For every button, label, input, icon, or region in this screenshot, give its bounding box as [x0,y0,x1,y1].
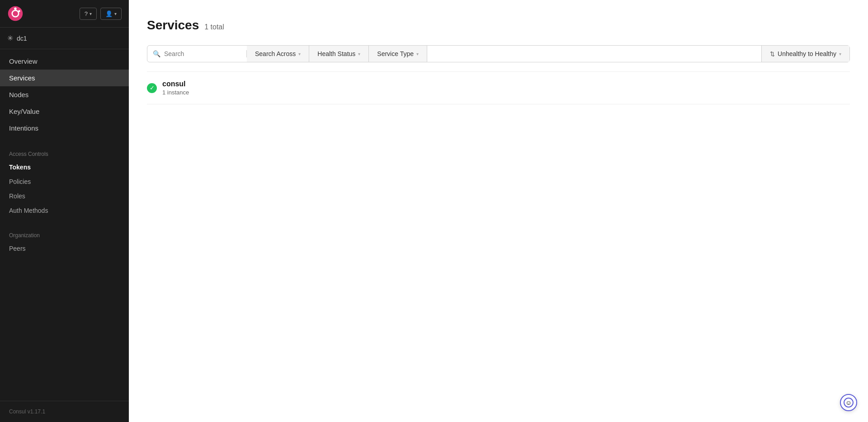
overview-label: Overview [9,57,38,65]
user-chevron-icon: ▾ [114,11,117,16]
organization-section-label: Organization [0,225,129,241]
sort-icon: ⇅ [770,51,775,57]
service-type-chevron-icon: ▾ [416,52,419,56]
checkmark-icon: ✓ [150,84,155,91]
help-widget-button[interactable]: ☺ [840,394,857,411]
user-menu-button[interactable]: 👤 ▾ [100,8,122,20]
search-icon: 🔍 [153,50,160,57]
sidebar-item-peers[interactable]: Peers [0,241,129,256]
search-input-wrap: 🔍 [147,50,247,57]
sidebar: ? ▾ 👤 ▾ ✳ dc1 Overview Services Nodes Ke… [0,0,129,422]
service-instances: 1 instance [162,89,189,96]
help-widget-inner: ☺ [844,398,854,408]
sidebar-item-auth-methods[interactable]: Auth Methods [0,203,129,218]
sidebar-item-roles[interactable]: Roles [0,189,129,203]
page-count: 1 total [204,23,224,31]
health-status-icon: ✓ [147,83,157,93]
service-type-label: Service Type [377,50,414,57]
sidebar-item-services[interactable]: Services [0,70,129,86]
datacenter-icon: ✳ [7,34,13,42]
intentions-label: Intentions [9,124,38,132]
search-across-chevron-icon: ▾ [298,52,301,56]
main-content: Services 1 total 🔍 Search Across ▾ Healt… [129,0,868,422]
sidebar-header: ? ▾ 👤 ▾ [0,0,129,28]
filter-bar: 🔍 Search Across ▾ Health Status ▾ Servic… [147,45,850,62]
services-label: Services [9,74,35,82]
main-panel: Services 1 total 🔍 Search Across ▾ Healt… [129,0,868,422]
svg-point-3 [18,10,20,12]
sort-button[interactable]: ⇅ Unhealthy to Healthy ▾ [761,46,849,62]
version-label: Consul v1.17.1 [9,408,45,415]
access-controls-section: Access Controls Tokens Policies Roles Au… [0,140,129,221]
help-button[interactable]: ? ▾ [80,8,97,20]
auth-methods-label: Auth Methods [9,207,48,214]
keyvalue-label: Key/Value [9,108,39,115]
svg-point-2 [14,8,16,10]
page-title: Services [147,18,199,33]
services-list: ✓ consul 1 instance [147,71,850,104]
header-controls: ? ▾ 👤 ▾ [80,8,122,20]
tokens-label: Tokens [9,164,31,171]
sort-label: Unhealthy to Healthy [778,50,836,57]
help-face-icon: ☺ [845,399,852,406]
sidebar-item-keyvalue[interactable]: Key/Value [0,103,129,120]
sidebar-item-nodes[interactable]: Nodes [0,86,129,103]
datacenter-label: dc1 [17,35,27,42]
help-icon: ? [85,10,88,17]
service-type-button[interactable]: Service Type ▾ [369,46,427,62]
sidebar-item-tokens[interactable]: Tokens [0,160,129,174]
nodes-label: Nodes [9,91,28,98]
consul-logo-icon [7,5,24,22]
user-icon: 👤 [105,10,113,17]
service-name: consul [162,80,189,88]
table-row[interactable]: ✓ consul 1 instance [147,71,850,104]
sort-chevron-icon: ▾ [839,52,841,56]
sidebar-item-policies[interactable]: Policies [0,174,129,189]
search-across-label: Search Across [255,50,296,57]
logo-area [7,5,24,22]
service-info: consul 1 instance [162,80,189,96]
health-status-label: Health Status [317,50,355,57]
organization-section: Organization Peers [0,221,129,259]
health-status-chevron-icon: ▾ [358,52,360,56]
peers-label: Peers [9,245,26,252]
datacenter-section: ✳ dc1 [0,28,129,49]
health-status-button[interactable]: Health Status ▾ [309,46,369,62]
search-input[interactable] [164,50,227,57]
page-title-area: Services 1 total [147,18,850,33]
search-across-button[interactable]: Search Across ▾ [247,46,309,62]
sidebar-item-intentions[interactable]: Intentions [0,120,129,136]
sidebar-item-overview[interactable]: Overview [0,53,129,70]
roles-label: Roles [9,192,25,200]
help-chevron-icon: ▾ [90,11,92,16]
policies-label: Policies [9,178,31,185]
sidebar-footer: Consul v1.17.1 [0,401,129,422]
access-controls-section-label: Access Controls [0,144,129,160]
main-nav: Overview Services Nodes Key/Value Intent… [0,49,129,140]
